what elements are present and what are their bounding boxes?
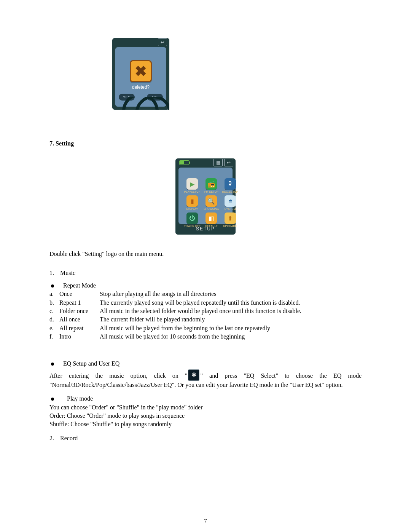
repeat-row: a.OnceStop after playing all the songs i… xyxy=(49,290,362,298)
repeat-row-desc: The current folder will be played random… xyxy=(100,315,205,324)
back-arrow-icon: ↩ xyxy=(161,40,164,45)
playmode-line: Order: Choose "Order" mode to play songs… xyxy=(49,412,362,420)
grid-icon: ▦ xyxy=(216,160,220,165)
repeat-row: b.Repeat 1The currently played song will… xyxy=(49,299,362,307)
setup-cell-browsing[interactable]: 🔍BROWSING xyxy=(204,195,219,210)
list-item-music: 1.Music xyxy=(49,269,362,277)
setup-cell-icon: ◧ xyxy=(206,212,217,224)
repeat-row-name: Repeat 1 xyxy=(59,299,100,307)
home-button[interactable]: ▦ xyxy=(213,159,223,166)
repeat-row: c.Folder onceAll music in the selected f… xyxy=(49,307,362,315)
repeat-row-mark: d. xyxy=(49,315,59,324)
intro-text: Double click "Setting" logo on the main … xyxy=(49,250,362,258)
eq-para-pre: After entering the music option, click o… xyxy=(49,372,187,379)
repeat-row-name: Intro xyxy=(59,332,100,341)
bullet-label-repeat: Repeat Mode xyxy=(63,281,96,290)
playmode-lines: You can choose "Order" or "Shuffle" in t… xyxy=(49,403,362,429)
setup-cell-system[interactable]: 🖥SYSTEM xyxy=(222,195,238,210)
bullet-label-playmode: Play mode xyxy=(67,395,93,403)
list-label-record: Record xyxy=(60,435,78,441)
device1-bottom-art xyxy=(112,97,169,110)
device-screenshot-deleted: ↩ ✖ deleted? YES NO xyxy=(112,38,169,110)
setup-cell-display[interactable]: ▮DISPLAY xyxy=(184,195,201,210)
list-num-2: 2. xyxy=(49,434,60,443)
setup-cell-icon: 📻 xyxy=(206,178,217,190)
setup-cell-icon: ▮ xyxy=(186,195,198,207)
repeat-row-desc: All music in the selected folder would b… xyxy=(100,307,301,315)
setup-cell-icon: 🖥 xyxy=(225,195,236,207)
setup-cell-icon: ⬆ xyxy=(225,212,236,224)
setup-cell-label: FM SETUP xyxy=(204,190,218,193)
setup-cell-icon: ⏻ xyxy=(186,212,198,224)
device-screenshot-setup: ▦ ↩ ▶PLAYSETUP📻FM SETUP🎙REC.SETUP▮DISPLA… xyxy=(175,158,236,235)
page-number: 7 xyxy=(0,518,411,524)
repeat-mode-rows: a.OnceStop after playing all the songs i… xyxy=(49,290,362,341)
eq-paragraph: After entering the music option, click o… xyxy=(49,369,362,389)
document-page: ↩ ✖ deleted? YES NO 7. Setting ▦ ↩ ▶PLAY… xyxy=(0,0,411,532)
repeat-row: f.IntroAll music will be played for 10 s… xyxy=(49,332,362,341)
repeat-row-name: Folder once xyxy=(59,307,100,315)
deleted-label: deleted? xyxy=(115,85,166,90)
setup-cell-label: PLAYSETUP xyxy=(184,190,201,193)
playmode-line: You can choose "Order" or "Shuffle" in t… xyxy=(49,403,362,412)
repeat-row-desc: All music will be played from the beginn… xyxy=(100,324,270,332)
device1-statusbar: ↩ xyxy=(112,38,169,46)
bullet-icon xyxy=(51,363,54,366)
repeat-row: e.All repeatAll music will be played fro… xyxy=(49,324,362,332)
bullet-icon xyxy=(51,284,54,288)
repeat-row-desc: Stop after playing all the songs in all … xyxy=(100,290,217,298)
repeat-row-name: All repeat xyxy=(59,324,100,332)
bullet-eq-setup: EQ Setup and User EQ xyxy=(49,359,362,368)
list-label-music: Music xyxy=(60,270,75,276)
repeat-row: d.All onceThe current folder will be pla… xyxy=(49,315,362,324)
setup-cell-icon: 🔍 xyxy=(206,195,217,207)
list-item-record: 2.Record xyxy=(49,434,362,443)
setup-footer-label: SETUP xyxy=(175,226,236,232)
setup-cell-label: BROWSING xyxy=(204,208,219,210)
setup-cell-label: DISPLAY xyxy=(186,208,198,210)
bullet-icon xyxy=(51,398,54,401)
device2-panel: ▶PLAYSETUP📻FM SETUP🎙REC.SETUP▮DISPLAY🔍BR… xyxy=(178,168,233,224)
bullet-repeat-mode: Repeat Mode xyxy=(49,281,362,290)
eq-gear-icon xyxy=(188,369,199,381)
setup-cell-icon: 🎙 xyxy=(225,178,236,190)
repeat-row-mark: b. xyxy=(49,299,59,307)
setup-cell-default[interactable]: ◧DEFAULT xyxy=(204,212,219,227)
repeat-row-desc: The currently played song will be played… xyxy=(100,299,300,307)
battery-icon xyxy=(179,160,189,165)
list-num-1: 1. xyxy=(49,269,60,277)
playmode-line: Shuffle: Choose "Shuffle" to play songs … xyxy=(49,420,362,428)
x-icon: ✖ xyxy=(135,64,147,78)
setup-cell-power-off[interactable]: ⏻POWER OFF xyxy=(184,212,201,227)
setup-cell-label: REC.SETUP xyxy=(222,190,238,193)
delete-icon: ✖ xyxy=(130,60,152,82)
repeat-row-desc: All music will be played for 10 seconds … xyxy=(100,332,245,341)
bullet-play-mode: Play mode xyxy=(49,395,362,403)
section-heading-setting: 7. Setting xyxy=(49,140,362,147)
repeat-row-mark: c. xyxy=(49,307,59,315)
setup-grid: ▶PLAYSETUP📻FM SETUP🎙REC.SETUP▮DISPLAY🔍BR… xyxy=(184,178,227,227)
setup-cell-fm-setup[interactable]: 📻FM SETUP xyxy=(204,178,219,193)
setup-cell-playsetup[interactable]: ▶PLAYSETUP xyxy=(184,178,201,193)
bullet-label-eq: EQ Setup and User EQ xyxy=(63,359,119,368)
device2-statusbar: ▦ ↩ xyxy=(175,158,236,167)
repeat-row-mark: a. xyxy=(49,290,59,298)
setup-cell-rec-setup[interactable]: 🎙REC.SETUP xyxy=(222,178,238,193)
setup-cell-icon: ▶ xyxy=(186,178,198,190)
repeat-row-mark: e. xyxy=(49,324,59,332)
back-button[interactable]: ↩ xyxy=(224,159,233,166)
repeat-row-name: Once xyxy=(59,290,100,298)
setup-cell-label: SYSTEM xyxy=(225,208,236,210)
setup-cell-upgrade[interactable]: ⬆UPGRADE xyxy=(222,212,238,227)
repeat-row-mark: f. xyxy=(49,332,59,341)
repeat-row-name: All once xyxy=(59,315,100,324)
back-button[interactable]: ↩ xyxy=(158,38,167,46)
back-arrow-icon: ↩ xyxy=(227,160,231,165)
